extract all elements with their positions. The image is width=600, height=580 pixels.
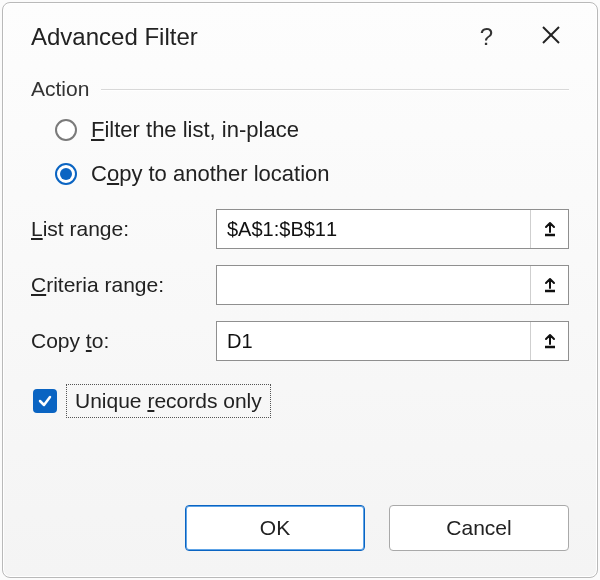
action-radio-group: Filter the list, in-place Copy to anothe… [31, 117, 569, 187]
action-group-header: Action [31, 77, 569, 101]
radio-copy-to-location-label: Copy to another location [91, 161, 330, 187]
list-range-input[interactable] [217, 210, 530, 248]
criteria-range-input[interactable] [217, 266, 530, 304]
radio-filter-in-place[interactable]: Filter the list, in-place [55, 117, 569, 143]
dialog-title: Advanced Filter [31, 23, 480, 51]
ok-button[interactable]: OK [185, 505, 365, 551]
radio-copy-to-location[interactable]: Copy to another location [55, 161, 569, 187]
advanced-filter-dialog: Advanced Filter ? Action Filter the list… [2, 2, 598, 578]
unique-records-checkbox[interactable] [33, 389, 57, 413]
help-icon[interactable]: ? [480, 25, 493, 49]
form-rows: List range: Criteria range: [31, 209, 569, 361]
collapse-dialog-icon[interactable] [530, 266, 568, 304]
radio-unchecked-icon [55, 119, 77, 141]
cancel-button[interactable]: Cancel [389, 505, 569, 551]
copy-to-row: Copy to: [31, 321, 569, 361]
criteria-range-label: Criteria range: [31, 273, 216, 297]
collapse-dialog-icon[interactable] [530, 210, 568, 248]
action-group-label: Action [31, 77, 89, 101]
titlebar: Advanced Filter ? [3, 3, 597, 61]
criteria-range-input-wrap [216, 265, 569, 305]
copy-to-input[interactable] [217, 322, 530, 360]
dialog-content: Action Filter the list, in-place Copy to… [3, 61, 597, 505]
close-icon[interactable] [541, 25, 561, 49]
criteria-range-row: Criteria range: [31, 265, 569, 305]
list-range-label: List range: [31, 217, 216, 241]
titlebar-icons: ? [480, 25, 569, 49]
copy-to-label: Copy to: [31, 329, 216, 353]
radio-filter-in-place-label: Filter the list, in-place [91, 117, 299, 143]
group-divider [101, 89, 569, 90]
list-range-input-wrap [216, 209, 569, 249]
copy-to-input-wrap [216, 321, 569, 361]
list-range-row: List range: [31, 209, 569, 249]
unique-records-row: Unique records only [31, 387, 569, 415]
collapse-dialog-icon[interactable] [530, 322, 568, 360]
radio-checked-icon [55, 163, 77, 185]
unique-records-label: Unique records only [69, 387, 268, 415]
dialog-button-row: OK Cancel [3, 505, 597, 577]
